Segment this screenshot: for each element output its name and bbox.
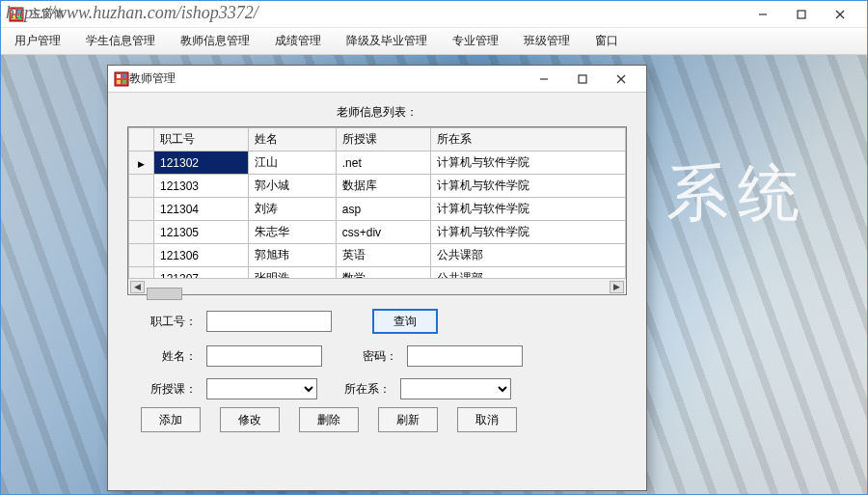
child-close-button[interactable]: [602, 66, 640, 93]
label-dept: 所在系：: [342, 381, 391, 398]
cell-name[interactable]: 张明浩: [249, 267, 337, 279]
svg-rect-12: [117, 80, 121, 84]
table-row[interactable]: 121302江山.net计算机与软件学院: [129, 151, 626, 175]
label-name: 姓名：: [147, 348, 197, 365]
input-name[interactable]: [206, 345, 322, 367]
menu-grade[interactable]: 成绩管理: [271, 29, 325, 53]
table-row[interactable]: 121305朱志华css+div计算机与软件学院: [129, 221, 626, 244]
label-id: 职工号：: [147, 314, 197, 330]
cell-course[interactable]: asp: [336, 198, 431, 221]
cell-course[interactable]: 英语: [336, 244, 431, 267]
close-button[interactable]: [821, 1, 859, 28]
query-form: 职工号： 查询 姓名： 密码： 所授课：: [127, 309, 627, 399]
refresh-button[interactable]: 刷新: [378, 407, 438, 432]
menu-graduate[interactable]: 降级及毕业管理: [342, 29, 431, 53]
cancel-button[interactable]: 取消: [457, 407, 517, 432]
select-course[interactable]: [206, 378, 317, 399]
grid-viewport: 职工号 姓名 所授课 所在系 121302江山.net计算机与软件学院12130…: [128, 127, 626, 278]
main-window: 主窗体 用户管理 学生信息管理 教师信息管理 成绩管理 降级及毕业管理 专业管理…: [0, 0, 868, 495]
svg-rect-2: [17, 10, 21, 14]
cell-course[interactable]: css+div: [336, 221, 431, 244]
cell-name[interactable]: 朱志华: [249, 221, 337, 244]
cell-id[interactable]: 121307: [154, 267, 249, 279]
grid-table: 职工号 姓名 所授课 所在系 121302江山.net计算机与软件学院12130…: [128, 127, 626, 278]
scroll-left-icon[interactable]: ◀: [130, 281, 145, 293]
cell-name[interactable]: 郭旭玮: [249, 244, 337, 267]
table-row[interactable]: 121307张明浩数学公共课部: [129, 267, 626, 279]
svg-rect-10: [117, 74, 121, 78]
main-titlebar: 主窗体: [1, 1, 867, 28]
cell-name[interactable]: 江山: [249, 151, 337, 175]
table-row[interactable]: 121306郭旭玮英语公共课部: [129, 244, 626, 267]
cell-id[interactable]: 121303: [154, 175, 249, 198]
child-app-icon: [114, 71, 129, 87]
cell-id[interactable]: 121304: [154, 198, 249, 221]
row-header[interactable]: [129, 151, 154, 175]
grid-caption: 老师信息列表：: [127, 104, 627, 121]
table-row[interactable]: 121304刘涛asp计算机与软件学院: [129, 198, 626, 221]
row-header[interactable]: [129, 244, 154, 267]
menu-class[interactable]: 班级管理: [520, 29, 574, 53]
main-menubar: 用户管理 学生信息管理 教师信息管理 成绩管理 降级及毕业管理 专业管理 班级管…: [1, 28, 867, 55]
menu-teacher[interactable]: 教师信息管理: [176, 29, 254, 53]
cell-dept[interactable]: 公共课部: [431, 244, 626, 267]
menu-major[interactable]: 专业管理: [448, 29, 502, 53]
query-button[interactable]: 查询: [372, 309, 438, 334]
cell-dept[interactable]: 公共课部: [431, 267, 626, 279]
row-header[interactable]: [129, 267, 154, 279]
grid-hscrollbar[interactable]: ◀ ▶: [128, 278, 626, 294]
col-name[interactable]: 姓名: [249, 128, 337, 151]
scroll-right-icon[interactable]: ▶: [610, 281, 624, 293]
cell-id[interactable]: 121306: [154, 244, 249, 267]
maximize-button[interactable]: [782, 1, 821, 28]
svg-rect-13: [122, 80, 126, 84]
col-dept[interactable]: 所在系: [431, 128, 626, 151]
cell-name[interactable]: 郭小城: [249, 175, 337, 198]
child-titlebar: 教师管理: [108, 66, 646, 93]
child-body: 老师信息列表： 职工号 姓名 所授课 所在系: [108, 93, 646, 490]
minimize-button[interactable]: [744, 1, 782, 28]
child-maximize-button[interactable]: [563, 66, 602, 93]
app-icon: [9, 7, 24, 22]
mdi-client-area: 系统 教师管理 老师信息列表：: [1, 55, 867, 494]
edit-button[interactable]: 修改: [220, 407, 280, 432]
delete-button[interactable]: 删除: [299, 407, 359, 432]
menu-user[interactable]: 用户管理: [11, 29, 65, 53]
teacher-mgmt-window: 教师管理 老师信息列表： 职工号: [107, 65, 647, 491]
svg-rect-4: [17, 15, 21, 19]
cell-id[interactable]: 121305: [154, 221, 249, 244]
col-course[interactable]: 所授课: [336, 128, 431, 151]
cell-name[interactable]: 刘涛: [249, 198, 337, 221]
input-password[interactable]: [407, 345, 523, 367]
row-header[interactable]: [129, 175, 154, 198]
row-header[interactable]: [129, 221, 154, 244]
svg-rect-11: [122, 74, 126, 78]
child-minimize-button[interactable]: [525, 66, 563, 93]
cell-dept[interactable]: 计算机与软件学院: [431, 151, 626, 175]
col-id[interactable]: 职工号: [154, 128, 249, 151]
select-dept[interactable]: [400, 378, 511, 399]
cell-dept[interactable]: 计算机与软件学院: [431, 198, 626, 221]
label-course: 所授课：: [147, 381, 197, 398]
cell-id[interactable]: 121302: [154, 151, 249, 175]
input-id[interactable]: [206, 311, 332, 332]
cell-course[interactable]: 数据库: [336, 175, 431, 198]
child-window-buttons: [525, 66, 640, 93]
row-header[interactable]: [129, 198, 154, 221]
teacher-grid[interactable]: 职工号 姓名 所授课 所在系 121302江山.net计算机与软件学院12130…: [127, 126, 627, 295]
action-buttons: 添加 修改 删除 刷新 取消: [127, 399, 627, 432]
svg-rect-1: [12, 10, 15, 14]
cell-course[interactable]: 数学: [336, 267, 431, 279]
menu-window[interactable]: 窗口: [591, 29, 622, 53]
cell-dept[interactable]: 计算机与软件学院: [431, 175, 626, 198]
child-title: 教师管理: [129, 70, 525, 87]
add-button[interactable]: 添加: [141, 407, 201, 432]
main-window-buttons: [744, 1, 859, 28]
label-password: 密码：: [359, 348, 397, 365]
row-header-corner[interactable]: [129, 128, 154, 151]
table-row[interactable]: 121303郭小城数据库计算机与软件学院: [129, 175, 626, 198]
menu-student[interactable]: 学生信息管理: [82, 29, 159, 53]
cell-dept[interactable]: 计算机与软件学院: [431, 221, 626, 244]
cell-course[interactable]: .net: [336, 151, 431, 175]
svg-rect-6: [798, 11, 805, 18]
